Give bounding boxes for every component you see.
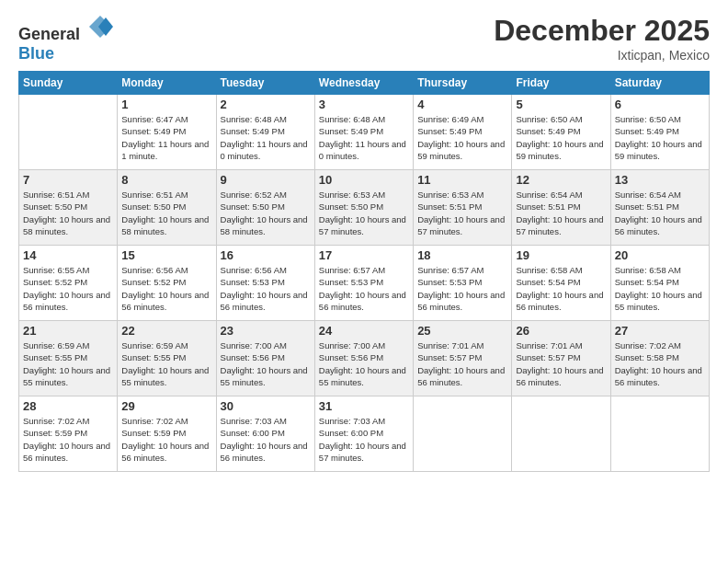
day-info: Sunrise: 6:50 AM Sunset: 5:49 PM Dayligh… xyxy=(615,113,705,162)
day-number: 27 xyxy=(615,324,705,338)
calendar-cell: 16Sunrise: 6:56 AM Sunset: 5:53 PM Dayli… xyxy=(216,246,314,321)
day-info: Sunrise: 7:01 AM Sunset: 5:57 PM Dayligh… xyxy=(516,339,606,388)
day-info: Sunrise: 6:59 AM Sunset: 5:55 PM Dayligh… xyxy=(121,339,211,388)
day-number: 26 xyxy=(516,324,606,338)
day-info: Sunrise: 6:53 AM Sunset: 5:50 PM Dayligh… xyxy=(319,189,409,237)
day-info: Sunrise: 6:56 AM Sunset: 5:53 PM Dayligh… xyxy=(221,264,311,313)
day-info: Sunrise: 6:53 AM Sunset: 5:51 PM Dayligh… xyxy=(417,189,507,237)
day-info: Sunrise: 7:01 AM Sunset: 5:57 PM Dayligh… xyxy=(417,339,507,388)
calendar-cell: 31Sunrise: 7:03 AM Sunset: 6:00 PM Dayli… xyxy=(314,396,413,472)
calendar-week-row: 7Sunrise: 6:51 AM Sunset: 5:50 PM Daylig… xyxy=(19,170,710,246)
calendar-cell: 1Sunrise: 6:47 AM Sunset: 5:49 PM Daylig… xyxy=(118,95,216,170)
day-info: Sunrise: 6:52 AM Sunset: 5:50 PM Dayligh… xyxy=(221,189,311,237)
calendar-cell: 9Sunrise: 6:52 AM Sunset: 5:50 PM Daylig… xyxy=(216,170,314,246)
logo: General Blue xyxy=(18,14,113,63)
day-number: 8 xyxy=(121,173,211,187)
calendar-cell: 30Sunrise: 7:03 AM Sunset: 6:00 PM Dayli… xyxy=(216,396,314,472)
day-of-week-header: Saturday xyxy=(610,72,709,95)
day-number: 25 xyxy=(417,324,507,338)
calendar-cell: 22Sunrise: 6:59 AM Sunset: 5:55 PM Dayli… xyxy=(118,321,216,396)
day-number: 5 xyxy=(516,98,606,111)
day-number: 10 xyxy=(319,173,409,187)
day-number: 2 xyxy=(221,98,311,111)
calendar-cell: 20Sunrise: 6:58 AM Sunset: 5:54 PM Dayli… xyxy=(610,246,709,321)
day-info: Sunrise: 6:54 AM Sunset: 5:51 PM Dayligh… xyxy=(516,189,606,237)
day-of-week-header: Friday xyxy=(512,72,610,95)
calendar-week-row: 14Sunrise: 6:55 AM Sunset: 5:52 PM Dayli… xyxy=(19,246,710,321)
day-info: Sunrise: 7:02 AM Sunset: 5:58 PM Dayligh… xyxy=(615,339,705,388)
location: Ixticpan, Mexico xyxy=(494,48,710,63)
day-info: Sunrise: 7:02 AM Sunset: 5:59 PM Dayligh… xyxy=(121,415,211,464)
day-info: Sunrise: 6:48 AM Sunset: 5:49 PM Dayligh… xyxy=(221,113,311,162)
day-info: Sunrise: 6:50 AM Sunset: 5:49 PM Dayligh… xyxy=(516,113,606,162)
day-info: Sunrise: 6:56 AM Sunset: 5:52 PM Dayligh… xyxy=(121,264,211,313)
calendar-cell: 17Sunrise: 6:57 AM Sunset: 5:53 PM Dayli… xyxy=(314,246,413,321)
calendar-cell: 29Sunrise: 7:02 AM Sunset: 5:59 PM Dayli… xyxy=(118,396,216,472)
day-of-week-header: Wednesday xyxy=(314,72,413,95)
day-number: 23 xyxy=(221,324,311,338)
day-info: Sunrise: 6:58 AM Sunset: 5:54 PM Dayligh… xyxy=(516,264,606,313)
calendar-cell: 11Sunrise: 6:53 AM Sunset: 5:51 PM Dayli… xyxy=(414,170,512,246)
calendar-cell: 4Sunrise: 6:49 AM Sunset: 5:49 PM Daylig… xyxy=(414,95,512,170)
day-info: Sunrise: 7:00 AM Sunset: 5:56 PM Dayligh… xyxy=(319,339,409,388)
day-number: 11 xyxy=(417,173,507,187)
month-title: December 2025 xyxy=(494,14,710,48)
day-info: Sunrise: 7:03 AM Sunset: 6:00 PM Dayligh… xyxy=(221,415,311,464)
day-info: Sunrise: 6:58 AM Sunset: 5:54 PM Dayligh… xyxy=(615,264,705,313)
day-number: 20 xyxy=(615,248,705,262)
day-info: Sunrise: 7:02 AM Sunset: 5:59 PM Dayligh… xyxy=(23,415,113,464)
calendar-week-row: 28Sunrise: 7:02 AM Sunset: 5:59 PM Dayli… xyxy=(19,396,710,472)
calendar-cell: 2Sunrise: 6:48 AM Sunset: 5:49 PM Daylig… xyxy=(216,95,314,170)
calendar-cell: 18Sunrise: 6:57 AM Sunset: 5:53 PM Dayli… xyxy=(414,246,512,321)
day-of-week-header: Tuesday xyxy=(216,72,314,95)
day-info: Sunrise: 6:55 AM Sunset: 5:52 PM Dayligh… xyxy=(23,264,113,313)
header-row: General Blue December 2025 Ixticpan, Mex… xyxy=(18,14,710,63)
day-number: 4 xyxy=(417,98,507,111)
calendar-cell: 14Sunrise: 6:55 AM Sunset: 5:52 PM Dayli… xyxy=(19,246,118,321)
calendar-cell: 3Sunrise: 6:48 AM Sunset: 5:49 PM Daylig… xyxy=(314,95,413,170)
calendar-cell: 21Sunrise: 6:59 AM Sunset: 5:55 PM Dayli… xyxy=(19,321,118,396)
day-number: 6 xyxy=(615,98,705,111)
day-number: 15 xyxy=(121,248,211,262)
day-number: 19 xyxy=(516,248,606,262)
day-info: Sunrise: 7:00 AM Sunset: 5:56 PM Dayligh… xyxy=(221,339,311,388)
calendar-cell: 7Sunrise: 6:51 AM Sunset: 5:50 PM Daylig… xyxy=(19,170,118,246)
calendar-cell: 27Sunrise: 7:02 AM Sunset: 5:58 PM Dayli… xyxy=(610,321,709,396)
day-number: 13 xyxy=(615,173,705,187)
day-info: Sunrise: 6:54 AM Sunset: 5:51 PM Dayligh… xyxy=(615,189,705,237)
day-number: 22 xyxy=(121,324,211,338)
day-number: 1 xyxy=(121,98,211,111)
day-number: 30 xyxy=(221,399,311,413)
main-container: General Blue December 2025 Ixticpan, Mex… xyxy=(0,0,728,481)
calendar-cell: 23Sunrise: 7:00 AM Sunset: 5:56 PM Dayli… xyxy=(216,321,314,396)
calendar-cell: 25Sunrise: 7:01 AM Sunset: 5:57 PM Dayli… xyxy=(414,321,512,396)
day-info: Sunrise: 7:03 AM Sunset: 6:00 PM Dayligh… xyxy=(319,415,409,464)
day-info: Sunrise: 6:51 AM Sunset: 5:50 PM Dayligh… xyxy=(121,189,211,237)
calendar-cell: 24Sunrise: 7:00 AM Sunset: 5:56 PM Dayli… xyxy=(314,321,413,396)
calendar-cell: 19Sunrise: 6:58 AM Sunset: 5:54 PM Dayli… xyxy=(512,246,610,321)
calendar-cell xyxy=(19,95,118,170)
day-of-week-header: Monday xyxy=(118,72,216,95)
day-number: 28 xyxy=(23,399,113,413)
day-info: Sunrise: 6:57 AM Sunset: 5:53 PM Dayligh… xyxy=(417,264,507,313)
calendar-cell: 10Sunrise: 6:53 AM Sunset: 5:50 PM Dayli… xyxy=(314,170,413,246)
day-number: 18 xyxy=(417,248,507,262)
day-number: 16 xyxy=(221,248,311,262)
day-info: Sunrise: 6:48 AM Sunset: 5:49 PM Dayligh… xyxy=(319,113,409,162)
day-info: Sunrise: 6:59 AM Sunset: 5:55 PM Dayligh… xyxy=(23,339,113,388)
logo-general: General xyxy=(18,25,80,43)
day-number: 14 xyxy=(23,248,113,262)
day-number: 29 xyxy=(121,399,211,413)
day-number: 12 xyxy=(516,173,606,187)
day-of-week-header: Thursday xyxy=(414,72,512,95)
day-number: 17 xyxy=(319,248,409,262)
calendar-week-row: 1Sunrise: 6:47 AM Sunset: 5:49 PM Daylig… xyxy=(19,95,710,170)
day-info: Sunrise: 6:51 AM Sunset: 5:50 PM Dayligh… xyxy=(23,189,113,237)
calendar-cell: 6Sunrise: 6:50 AM Sunset: 5:49 PM Daylig… xyxy=(610,95,709,170)
day-number: 21 xyxy=(23,324,113,338)
calendar-cell: 26Sunrise: 7:01 AM Sunset: 5:57 PM Dayli… xyxy=(512,321,610,396)
calendar-table: SundayMondayTuesdayWednesdayThursdayFrid… xyxy=(18,71,710,472)
calendar-cell: 5Sunrise: 6:50 AM Sunset: 5:49 PM Daylig… xyxy=(512,95,610,170)
calendar-cell: 15Sunrise: 6:56 AM Sunset: 5:52 PM Dayli… xyxy=(118,246,216,321)
day-number: 24 xyxy=(319,324,409,338)
